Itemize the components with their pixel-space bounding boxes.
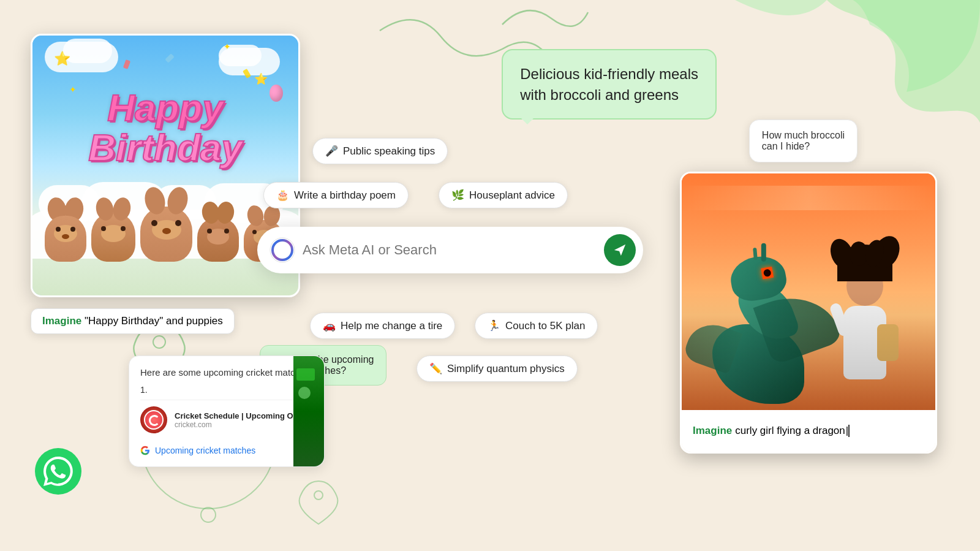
send-button[interactable] [604,234,636,266]
meta-ai-icon [270,237,295,263]
speech-bubble-meals: Delicious kid-friendly meals with brocco… [502,49,717,120]
svg-point-1 [201,507,216,522]
svg-point-3 [314,491,323,500]
dragon-card: Imagine curly girl flying a dragon | [680,172,937,454]
chip-couch-5k[interactable]: 🏃 Couch to 5K plan [475,313,598,339]
chip-public-speaking[interactable]: 🎤 Public speaking tips [312,138,448,164]
chip-label: Couch to 5K plan [505,320,585,332]
chip-label: Houseplant advice [469,189,555,202]
chip-label: Write a birthday poem [294,189,396,202]
chip-icon: 🎂 [276,189,289,202]
chat-intro-text: Here are some upcoming cricket matches: [140,367,313,378]
speech-bubble-broccoli: How much broccoli can I hide? [749,120,858,162]
whatsapp-icon [34,447,83,496]
dragon-imagine-caption: Imagine curly girl flying a dragon | [682,410,935,452]
chip-label: Help me change a tire [341,320,442,332]
search-container [257,227,643,273]
chip-icon: 🌿 [451,189,464,202]
google-link[interactable]: Upcoming cricket matches [140,439,313,455]
birthday-imagine-caption: Imagine "Happy Birthday" and puppies [31,308,235,334]
chip-icon: ✏️ [429,362,442,375]
send-icon [613,243,627,257]
svg-point-6 [35,448,81,495]
chip-houseplant[interactable]: 🌿 Houseplant advice [439,182,568,208]
chip-label: Public speaking tips [343,145,435,158]
svg-point-2 [153,336,165,348]
google-link-text[interactable]: Upcoming cricket matches [155,446,255,455]
result-title: Cricket Schedule | Upcoming ODI... [175,411,307,420]
chat-result-card: Here are some upcoming cricket matches: … [129,355,325,467]
chip-change-tire[interactable]: 🚗 Help me change a tire [310,313,455,339]
result-url: cricket.com [175,420,307,429]
chip-icon: 🎤 [325,145,338,158]
birthday-title: Happy Birthday [32,88,298,167]
search-result-item: Cricket Schedule | Upcoming ODI... crick… [140,400,313,439]
chip-label: Simplify quantum physics [447,363,565,375]
search-input[interactable] [303,242,597,258]
chip-quantum[interactable]: ✏️ Simplify quantum physics [417,355,578,382]
chip-icon: 🏃 [488,319,500,332]
chip-icon: 🚗 [323,319,336,332]
chip-birthday-poem[interactable]: 🎂 Write a birthday poem [263,182,409,208]
